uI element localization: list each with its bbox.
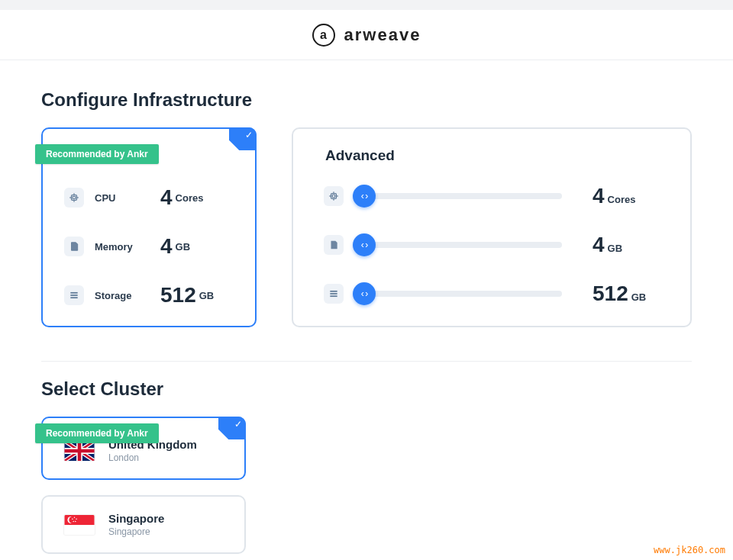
advanced-cpu-value: 4 [593,184,605,208]
storage-slider[interactable]: ‹ › [357,291,562,297]
advanced-storage-unit: GB [631,291,647,303]
preset-storage-unit: GB [199,290,215,301]
cpu-icon [64,188,84,208]
advanced-storage-value: 512 [593,282,628,306]
svg-rect-0 [72,195,77,201]
preset-memory-label: Memory [95,241,160,253]
svg-rect-6 [70,292,77,294]
preset-memory-unit: GB [176,241,191,253]
cluster-sg-info: Singapore Singapore [108,512,164,537]
sg-flag-icon [64,515,95,535]
cluster-sg-city: Singapore [108,526,164,537]
svg-point-25 [72,518,73,520]
storage-icon [64,285,84,305]
advanced-card[interactable]: Advanced ‹ › 4 Cores [292,127,692,327]
svg-point-24 [76,518,77,520]
preset-card[interactable]: ✓ Recommended by Ankr CPU 4 Cores Memory [41,127,257,327]
section-divider [41,361,692,362]
cpu-icon [324,186,344,206]
advanced-memory-value: 4 [593,233,605,257]
advanced-storage-row: ‹ › 512 GB [324,282,660,306]
cluster-sg-name: Singapore [108,512,164,525]
advanced-cpu-unit: Cores [608,194,636,205]
svg-rect-15 [330,291,337,292]
cpu-slider-track [357,193,562,199]
preset-memory-value: 4 [160,234,173,259]
check-icon: ✓ [234,419,242,430]
advanced-title: Advanced [325,147,660,164]
configure-title: Configure Infrastructure [41,89,692,111]
storage-icon [324,284,344,304]
svg-rect-7 [70,294,77,296]
preset-memory-row: Memory 4 GB [64,234,234,259]
advanced-memory-row: ‹ › 4 GB [324,233,660,257]
preset-cpu-label: CPU [95,192,160,204]
svg-rect-10 [332,195,335,198]
watermark: www.jk260.com [654,545,725,555]
recommended-badge: Recommended by Ankr [35,144,159,164]
preset-cpu-row: CPU 4 Cores [64,185,234,210]
advanced-memory-unit: GB [608,243,623,254]
storage-slider-track [357,291,562,297]
selected-corner: ✓ [229,127,257,150]
brand-header: a arweave [0,10,733,60]
selected-corner: ✓ [218,417,246,439]
svg-rect-9 [331,194,337,199]
memory-slider-thumb[interactable]: ‹ › [353,233,376,256]
cpu-slider[interactable]: ‹ › [357,193,562,199]
svg-rect-20 [65,525,95,535]
preset-cpu-value: 4 [160,185,173,210]
infrastructure-options: ✓ Recommended by Ankr CPU 4 Cores Memory [41,127,692,327]
cluster-uk[interactable]: ✓ Recommended by Ankr United Kingdom Lon… [41,417,246,480]
cpu-slider-thumb[interactable]: ‹ › [353,185,376,208]
brand-logo: a [312,24,335,47]
svg-rect-8 [70,297,77,298]
svg-point-26 [73,520,74,522]
svg-rect-17 [330,295,337,297]
brand-logo-letter: a [320,28,327,42]
preset-storage-label: Storage [95,290,160,301]
memory-icon [324,235,344,255]
advanced-cpu-row: ‹ › 4 Cores [324,184,660,208]
slider-arrows-icon: ‹ › [361,288,367,299]
storage-slider-thumb[interactable]: ‹ › [353,282,376,305]
preset-storage-row: Storage 512 GB [64,283,234,307]
svg-point-23 [74,517,76,518]
preset-storage-value: 512 [160,283,196,307]
cluster-sg[interactable]: Singapore Singapore [41,495,246,554]
preset-cpu-unit: Cores [176,192,204,204]
top-stripe [0,0,733,10]
memory-slider[interactable]: ‹ › [357,242,562,248]
brand-name: arweave [344,25,421,45]
cluster-title: Select Cluster [41,378,692,400]
cluster-uk-city: London [108,452,197,463]
svg-rect-16 [330,293,337,294]
check-icon: ✓ [245,130,253,140]
svg-point-27 [75,520,76,522]
slider-arrows-icon: ‹ › [361,240,367,250]
svg-rect-1 [73,196,76,199]
recommended-badge: Recommended by Ankr [35,423,159,443]
slider-arrows-icon: ‹ › [361,191,367,201]
memory-icon [64,237,84,256]
memory-slider-track [357,242,562,248]
uk-flag-icon [64,441,95,461]
